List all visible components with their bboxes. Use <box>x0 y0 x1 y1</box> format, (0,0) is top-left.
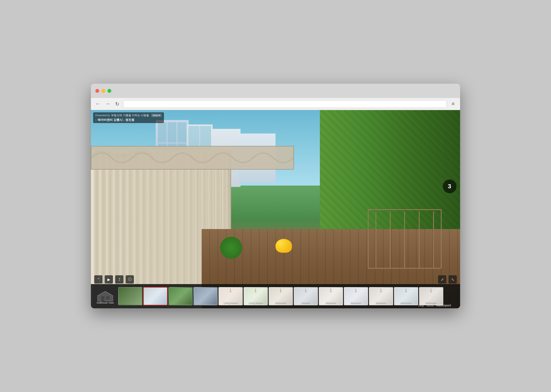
thumb-living-room-1[interactable]: 🚶 Living Room <box>218 287 243 305</box>
walk-icon-10: 🚶 <box>354 289 358 292</box>
nav-bar: ← → ↻ ≡ <box>91 98 460 110</box>
thumb-living-room-2[interactable]: 🚶 Living Room <box>244 287 268 305</box>
thumb-bedroom-2[interactable]: 🚶 Bedroom <box>344 287 368 305</box>
matterport-brand: matterport <box>436 303 458 308</box>
thumb-2[interactable] <box>143 287 168 305</box>
thumb-bathroom-1[interactable]: 🚶 Bathroom <box>269 287 293 305</box>
railing-right <box>368 209 442 269</box>
back-button[interactable]: ← <box>94 100 101 108</box>
walk-icon-13: 🚶 <box>429 289 433 292</box>
address-bar[interactable] <box>123 100 447 108</box>
share-button[interactable]: ⤴ <box>115 275 123 284</box>
thumb-8-label: Kitchen <box>294 301 317 304</box>
svg-marker-0 <box>98 291 113 301</box>
close-button[interactable] <box>95 89 99 93</box>
property-presenter: 부동산에 기쁨을 더하는 사람들 <box>111 113 149 117</box>
fullscreen-expand-button[interactable]: ⤢ <box>438 275 446 284</box>
thumb-dollhouse-label: Dollhouse View <box>94 301 117 304</box>
help-link[interactable]: Help <box>418 304 424 307</box>
forward-button[interactable]: → <box>104 100 111 108</box>
refresh-button[interactable]: ↻ <box>114 100 120 108</box>
number-circle: 3 <box>443 179 457 193</box>
thumb-4[interactable] <box>193 287 218 305</box>
minimize-button[interactable] <box>101 89 105 93</box>
title-bar <box>91 84 460 98</box>
terms-link[interactable]: Terms <box>426 304 434 307</box>
plants <box>220 237 242 259</box>
svg-rect-1 <box>101 296 104 301</box>
info-button[interactable]: ⓘ <box>126 275 134 284</box>
panorama-scene: 3 <box>91 110 460 308</box>
info-overlay: Presented by 부동산에 기쁨을 더하는 사람들 More ▾ ‹ 에… <box>93 112 164 123</box>
presented-by-label: Presented by <box>95 114 110 117</box>
iron-rail <box>91 146 294 170</box>
walk-icon-5: 🚶 <box>229 289 233 292</box>
thumb-dollhouse[interactable]: Dollhouse View <box>93 287 117 305</box>
walk-icon-6: 🚶 <box>254 289 258 292</box>
fullscreen-button[interactable]: ⤡ <box>449 275 457 284</box>
thumb-kitchen[interactable]: 🚶 Kitchen <box>294 287 318 305</box>
svg-text:matterport: matterport <box>436 304 451 307</box>
browser-window: ← → ↻ ≡ <box>91 84 460 308</box>
expand-control-button[interactable]: ⌃ <box>94 275 102 284</box>
thumb-3[interactable] <box>168 287 193 305</box>
thumb-11-label: Bedroom <box>369 301 393 304</box>
thumb-7-label: Bathroom <box>269 301 292 304</box>
property-name: 에어비앤비 강릉시 - 영진동 <box>98 118 134 122</box>
viewer-container[interactable]: 3 <box>91 110 460 308</box>
thumb-6-label: Living Room <box>244 301 267 304</box>
thumb-5-label: Living Room <box>219 301 242 304</box>
bottom-controls: ⌃ ▶ ⤴ ⓘ <box>94 275 134 284</box>
thumb-9-label: Bedroom <box>319 301 342 304</box>
thumb-bedroom-3[interactable]: 🚶 Bedroom <box>369 287 393 305</box>
walk-icon-9: 🚶 <box>329 289 333 292</box>
menu-button[interactable]: ≡ <box>449 100 457 108</box>
thumb-bathroom-2[interactable]: 🚶 Bathroom <box>394 287 418 305</box>
footer-bar: Help Terms matterport <box>416 303 460 308</box>
svg-rect-2 <box>106 296 109 300</box>
thumbnail-strip[interactable]: Dollhouse View 🚶 Living Room 🚶 Living Ro <box>91 284 460 308</box>
walk-icon-7: 🚶 <box>279 289 283 292</box>
thumb-12-label: Bathroom <box>395 301 418 304</box>
walk-icon-12: 🚶 <box>404 289 408 292</box>
thumb-bedroom-1[interactable]: 🚶 Bedroom <box>319 287 343 305</box>
flowers <box>276 239 292 253</box>
walk-icon-11: 🚶 <box>379 289 383 292</box>
maximize-button[interactable] <box>107 89 111 93</box>
walk-icon-8: 🚶 <box>304 289 308 292</box>
play-button[interactable]: ▶ <box>105 275 113 284</box>
thumb-1[interactable] <box>118 287 142 305</box>
thumb-10-label: Bedroom <box>344 301 368 304</box>
top-right-controls: ⤢ ⤡ <box>438 275 457 284</box>
more-button[interactable]: More ▾ <box>151 114 162 117</box>
